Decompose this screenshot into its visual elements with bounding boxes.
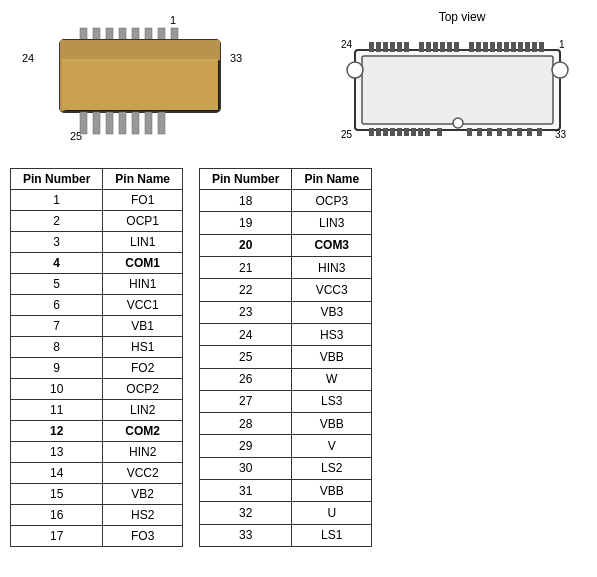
pin-name-cell: VBB (292, 346, 372, 368)
svg-rect-56 (376, 128, 381, 136)
pin-number-cell: 23 (200, 301, 292, 323)
svg-text:1: 1 (170, 14, 176, 26)
svg-text:24: 24 (22, 52, 34, 64)
pin-number-cell: 25 (200, 346, 292, 368)
pin-name-cell: VCC1 (103, 295, 183, 316)
svg-rect-33 (376, 42, 381, 52)
svg-text:24: 24 (341, 39, 353, 50)
table-row: 1FO1 (11, 190, 183, 211)
svg-rect-68 (497, 128, 502, 136)
pin-name-cell: U (292, 502, 372, 524)
left-table-col1-header: Pin Number (11, 169, 103, 190)
svg-rect-14 (62, 60, 218, 110)
svg-rect-28 (362, 56, 553, 124)
pin-number-cell: 32 (200, 502, 292, 524)
svg-rect-54 (539, 42, 544, 52)
pin-name-cell: FO2 (103, 358, 183, 379)
svg-rect-66 (477, 128, 482, 136)
table-row: 31VBB (200, 480, 372, 502)
svg-rect-69 (507, 128, 512, 136)
table-row: 14VCC2 (11, 463, 183, 484)
table-row: 21HIN3 (200, 256, 372, 278)
svg-rect-60 (404, 128, 409, 136)
svg-rect-58 (390, 128, 395, 136)
pin-name-cell: V (292, 435, 372, 457)
pin-number-cell: 12 (11, 421, 103, 442)
table-row: 18OCP3 (200, 190, 372, 212)
table-row: 15VB2 (11, 484, 183, 505)
svg-rect-36 (397, 42, 402, 52)
table-row: 24HS3 (200, 323, 372, 345)
table-row: 27LS3 (200, 390, 372, 412)
table-row: 16HS2 (11, 505, 183, 526)
pin-number-cell: 22 (200, 279, 292, 301)
pin-name-cell: HS3 (292, 323, 372, 345)
svg-rect-35 (390, 42, 395, 52)
pin-number-cell: 26 (200, 368, 292, 390)
svg-rect-70 (517, 128, 522, 136)
svg-point-31 (453, 118, 463, 128)
svg-rect-47 (490, 42, 495, 52)
pin-name-cell: LS2 (292, 457, 372, 479)
table-row: 7VB1 (11, 316, 183, 337)
pin-name-cell: VBB (292, 480, 372, 502)
svg-rect-39 (426, 42, 431, 52)
table-row: 12COM2 (11, 421, 183, 442)
svg-rect-46 (483, 42, 488, 52)
pin-name-cell: LIN3 (292, 212, 372, 234)
table-row: 13HIN2 (11, 442, 183, 463)
pin-number-cell: 29 (200, 435, 292, 457)
svg-rect-20 (132, 112, 139, 134)
table-row: 26W (200, 368, 372, 390)
svg-rect-50 (511, 42, 516, 52)
svg-text:33: 33 (230, 52, 242, 64)
pin-name-cell: LIN1 (103, 232, 183, 253)
svg-rect-48 (497, 42, 502, 52)
svg-rect-71 (527, 128, 532, 136)
pin-number-cell: 21 (200, 256, 292, 278)
table-row: 32U (200, 502, 372, 524)
pin-name-cell: HIN1 (103, 274, 183, 295)
pin-number-cell: 28 (200, 413, 292, 435)
svg-rect-18 (106, 112, 113, 134)
svg-rect-34 (383, 42, 388, 52)
pin-tables: Pin Number Pin Name 1FO12OCP13LIN14COM15… (10, 168, 587, 547)
pin-number-cell: 9 (11, 358, 103, 379)
pin-number-cell: 6 (11, 295, 103, 316)
pin-name-cell: OCP3 (292, 190, 372, 212)
table-row: 23VB3 (200, 301, 372, 323)
pin-number-cell: 16 (11, 505, 103, 526)
pin-name-cell: VB1 (103, 316, 183, 337)
pin-number-cell: 5 (11, 274, 103, 295)
pin-number-cell: 24 (200, 323, 292, 345)
table-row: 9FO2 (11, 358, 183, 379)
pin-number-cell: 8 (11, 337, 103, 358)
svg-point-30 (552, 62, 568, 78)
pin-name-cell: VBB (292, 413, 372, 435)
svg-rect-37 (404, 42, 409, 52)
top-view-title: Top view (337, 10, 587, 24)
pin-number-cell: 19 (200, 212, 292, 234)
svg-rect-16 (80, 112, 87, 134)
svg-rect-52 (525, 42, 530, 52)
pin-name-cell: HIN3 (292, 256, 372, 278)
pin-number-cell: 17 (11, 526, 103, 547)
pin-number-cell: 20 (200, 234, 292, 256)
svg-rect-72 (537, 128, 542, 136)
left-table-col2-header: Pin Name (103, 169, 183, 190)
left-pin-table: Pin Number Pin Name 1FO12OCP13LIN14COM15… (10, 168, 183, 547)
right-table-col2-header: Pin Name (292, 169, 372, 190)
pin-number-cell: 31 (200, 480, 292, 502)
table-row: 11LIN2 (11, 400, 183, 421)
svg-rect-41 (440, 42, 445, 52)
pin-number-cell: 27 (200, 390, 292, 412)
pin-number-cell: 1 (11, 190, 103, 211)
table-row: 19LIN3 (200, 212, 372, 234)
svg-rect-51 (518, 42, 523, 52)
pin-name-cell: W (292, 368, 372, 390)
pin-name-cell: LS1 (292, 524, 372, 546)
right-pin-table: Pin Number Pin Name 18OCP319LIN320COM321… (199, 168, 372, 547)
pin-number-cell: 13 (11, 442, 103, 463)
svg-rect-49 (504, 42, 509, 52)
svg-rect-22 (158, 112, 165, 134)
